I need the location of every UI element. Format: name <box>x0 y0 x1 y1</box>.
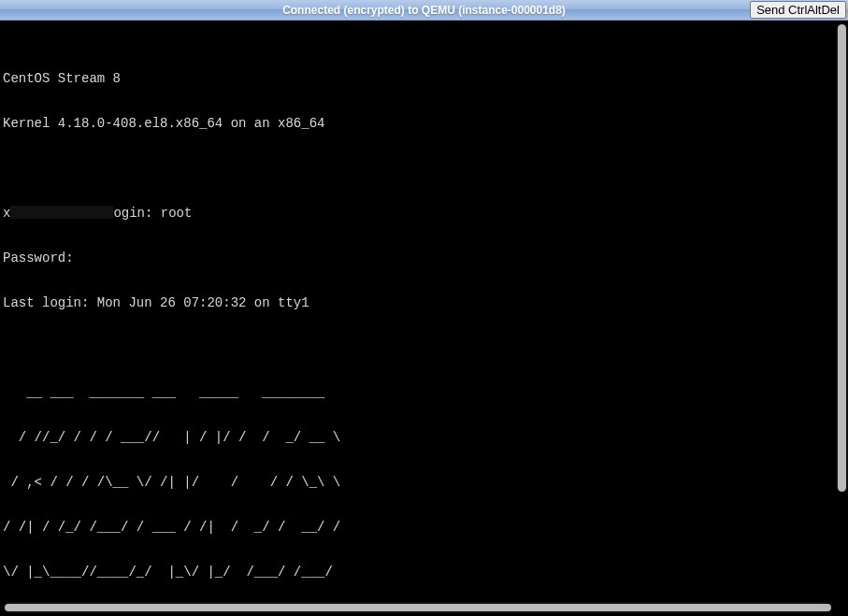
last-login-line: Last login: Mon Jun 26 07:20:32 on tty1 <box>3 295 372 310</box>
kernel-line: Kernel 4.18.0-408.el8.x86_64 on an x86_6… <box>3 116 372 131</box>
blank-line <box>3 161 372 176</box>
vertical-scrollbar-thumb[interactable] <box>838 24 846 492</box>
ascii-banner-line: / ,< / / / /\__ \/ /| |/ / / / \_\ \ <box>3 475 372 490</box>
send-ctrlaltdel-button[interactable]: Send CtrlAltDel <box>750 1 846 19</box>
ascii-banner-line: __ ___ _______ ___ _____ ________ <box>3 385 372 400</box>
redacted-hostname <box>10 206 113 219</box>
terminal-output[interactable]: CentOS Stream 8 Kernel 4.18.0-408.el8.x8… <box>0 41 830 605</box>
titlebar-title: Connected (encrypted) to QEMU (instance-… <box>282 4 566 17</box>
horizontal-scrollbar[interactable] <box>5 602 831 613</box>
ascii-banner-line: \/ |_\____//____/_/ |_\/ |_/ /___/ /___/ <box>3 565 372 580</box>
ascii-banner-line: / /| / /_/ /___/ / ___ / /| / _/ / __/ / <box>3 520 372 535</box>
os-line: CentOS Stream 8 <box>3 71 372 86</box>
horizontal-scrollbar-thumb[interactable] <box>5 604 831 611</box>
console-area[interactable]: CentOS Stream 8 Kernel 4.18.0-408.el8.x8… <box>0 21 848 616</box>
ascii-banner-line: / //_/ / / / ___// | / |/ / / _/ __ \ <box>3 430 372 445</box>
login-line: x ogin: root <box>3 206 372 221</box>
blank-line <box>3 340 372 355</box>
vnc-titlebar: Connected (encrypted) to QEMU (instance-… <box>0 0 848 21</box>
vertical-scrollbar[interactable] <box>836 24 848 492</box>
password-line: Password: <box>3 251 372 265</box>
